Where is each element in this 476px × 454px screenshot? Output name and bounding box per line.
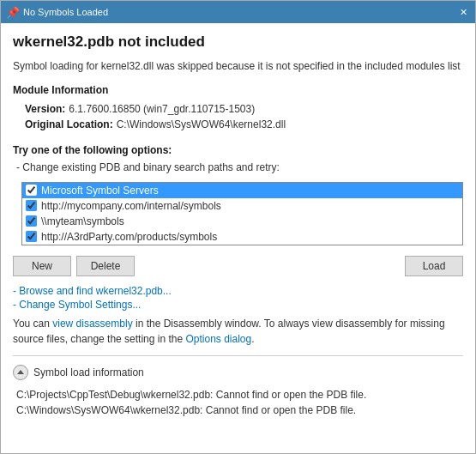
symbol-info: C:\Projects\CppTest\Debug\wkernel32.pdb:… bbox=[16, 387, 463, 418]
list-item-checkbox[interactable] bbox=[26, 215, 37, 227]
settings-link[interactable]: - Change Symbol Settings... bbox=[13, 299, 463, 311]
module-info-label: Module Information bbox=[13, 84, 463, 96]
list-item[interactable]: http://mycompany.com/internal/symbols bbox=[22, 198, 462, 214]
location-key: Original Location: bbox=[25, 117, 113, 132]
location-row: Original Location: C:\Windows\SysWOW64\k… bbox=[25, 117, 463, 132]
collapsible-label: Symbol load information bbox=[33, 366, 144, 378]
options-dialog-link[interactable]: Options dialog bbox=[185, 333, 251, 345]
pin-icon: 📌 bbox=[6, 6, 20, 19]
version-value: 6.1.7600.16850 (win7_gdr.110715-1503) bbox=[69, 101, 255, 117]
chevron-up-icon bbox=[17, 370, 24, 374]
list-item[interactable]: \\myteam\symbols bbox=[22, 214, 462, 229]
version-key: Version: bbox=[25, 101, 65, 117]
links-section: - Browse and find wkernel32.pdb... - Cha… bbox=[13, 285, 463, 311]
list-item-label: http://A3rdParty.com/products/symbols bbox=[41, 231, 217, 243]
chevron-icon bbox=[13, 365, 28, 380]
delete-button[interactable]: Delete bbox=[76, 256, 135, 276]
disassembly-link[interactable]: view disassembly bbox=[52, 318, 132, 330]
symbol-info-line2: C:\Windows\SysWOW64\wkernel32.pdb: Canno… bbox=[16, 403, 463, 418]
version-row: Version: 6.1.7600.16850 (win7_gdr.110715… bbox=[25, 101, 463, 117]
list-item-label: \\myteam\symbols bbox=[41, 215, 124, 227]
list-item-checkbox[interactable] bbox=[26, 185, 37, 196]
symbol-info-line1: C:\Projects\CppTest\Debug\wkernel32.pdb:… bbox=[16, 387, 463, 403]
load-button[interactable]: Load bbox=[405, 256, 463, 276]
collapsible-header[interactable]: Symbol load information bbox=[13, 365, 463, 380]
description-text: Symbol loading for kernel32.dll was skip… bbox=[13, 59, 463, 74]
list-item-label: Microsoft Symbol Servers bbox=[41, 185, 159, 197]
location-value: C:\Windows\SysWOW64\kernel32.dll bbox=[117, 117, 286, 132]
action-buttons-row: New Delete Load bbox=[13, 256, 463, 276]
list-item-checkbox[interactable] bbox=[26, 231, 37, 242]
option-description: - Change existing PDB and binary search … bbox=[16, 161, 463, 173]
window: 📌 No Symbols Loaded ✕ wkernel32.pdb not … bbox=[0, 0, 476, 454]
body-text-suffix: . bbox=[251, 333, 254, 345]
symbol-servers-list: Microsoft Symbol Servers http://mycompan… bbox=[21, 182, 463, 245]
browse-link[interactable]: - Browse and find wkernel32.pdb... bbox=[13, 285, 463, 297]
body-text-prefix: You can bbox=[13, 318, 52, 330]
divider bbox=[13, 355, 463, 356]
list-item-label: http://mycompany.com/internal/symbols bbox=[41, 200, 221, 212]
titlebar-title: No Symbols Loaded bbox=[23, 7, 455, 17]
options-label: Try one of the following options: bbox=[13, 144, 463, 156]
close-button[interactable]: ✕ bbox=[456, 5, 470, 19]
list-item[interactable]: http://A3rdParty.com/products/symbols bbox=[22, 229, 462, 245]
page-title: wkernel32.pdb not included bbox=[13, 33, 463, 51]
titlebar: 📌 No Symbols Loaded ✕ bbox=[1, 1, 475, 23]
list-item[interactable]: Microsoft Symbol Servers bbox=[22, 183, 462, 198]
new-button[interactable]: New bbox=[13, 256, 71, 276]
content-area: wkernel32.pdb not included Symbol loadin… bbox=[1, 23, 475, 453]
list-item-checkbox[interactable] bbox=[26, 200, 37, 211]
body-text: You can view disassembly in the Disassem… bbox=[13, 316, 463, 347]
module-info-table: Version: 6.1.7600.16850 (win7_gdr.110715… bbox=[25, 101, 463, 132]
